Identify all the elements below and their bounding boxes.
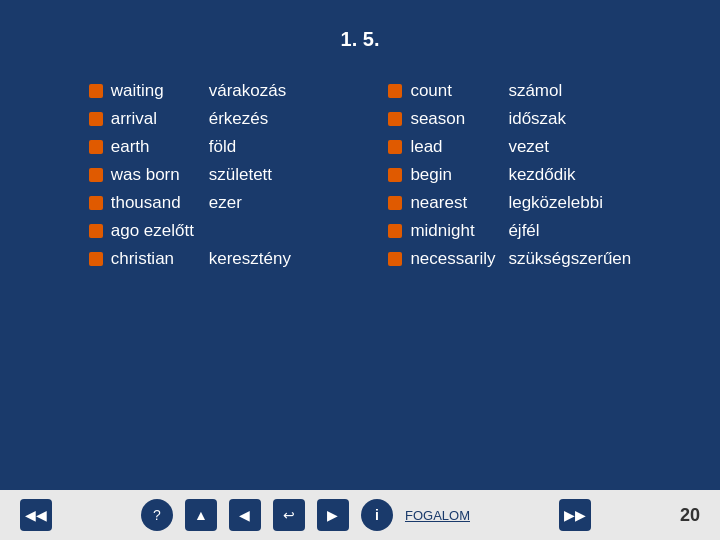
word-en: begin — [410, 165, 500, 185]
bullet-icon — [388, 196, 402, 210]
page-number: 20 — [680, 505, 700, 526]
footer-bar: ◀◀ ? ▲ ◀ ↩ ▶ i FOGALOM ▶▶ 20 — [0, 490, 720, 540]
list-item: arrival érkezés — [89, 109, 291, 129]
bullet-icon — [388, 112, 402, 126]
list-item: midnight éjfél — [388, 221, 631, 241]
word-en: christian — [111, 249, 201, 269]
list-item: nearest legközelebbi — [388, 193, 631, 213]
bullet-icon — [89, 84, 103, 98]
right-vocab-column: count számol season időszak lead vezet b… — [388, 81, 631, 269]
first-button[interactable]: ◀◀ — [20, 499, 52, 531]
left-vocab-column: waiting várakozás arrival érkezés earth … — [89, 81, 291, 269]
word-en: was born — [111, 165, 201, 185]
list-item: earth föld — [89, 137, 291, 157]
word-en: ago ezelőtt — [111, 221, 201, 241]
return-button[interactable]: ↩ — [273, 499, 305, 531]
last-button[interactable]: ▶▶ — [559, 499, 591, 531]
bullet-icon — [388, 140, 402, 154]
word-hu: várakozás — [209, 81, 286, 101]
bullet-icon — [89, 112, 103, 126]
home-button[interactable]: ▲ — [185, 499, 217, 531]
word-hu: legközelebbi — [508, 193, 603, 213]
list-item: begin kezdődik — [388, 165, 631, 185]
list-item: christian keresztény — [89, 249, 291, 269]
bullet-icon — [89, 196, 103, 210]
nav-center: ? ▲ ◀ ↩ ▶ i FOGALOM — [141, 499, 470, 531]
word-hu: született — [209, 165, 272, 185]
word-en: season — [410, 109, 500, 129]
word-hu: vezet — [508, 137, 549, 157]
word-hu: szükségszerűen — [508, 249, 631, 269]
word-hu: kezdődik — [508, 165, 575, 185]
bullet-icon — [388, 252, 402, 266]
bullet-icon — [89, 168, 103, 182]
word-en: midnight — [410, 221, 500, 241]
list-item: thousand ezer — [89, 193, 291, 213]
word-hu: időszak — [508, 109, 566, 129]
bullet-icon — [89, 140, 103, 154]
vocab-content: waiting várakozás arrival érkezés earth … — [0, 81, 720, 269]
word-en: thousand — [111, 193, 201, 213]
word-hu: föld — [209, 137, 236, 157]
bullet-icon — [89, 252, 103, 266]
word-en: earth — [111, 137, 201, 157]
word-hu: keresztény — [209, 249, 291, 269]
word-en: count — [410, 81, 500, 101]
word-en: necessarily — [410, 249, 500, 269]
help-button[interactable]: ? — [141, 499, 173, 531]
bullet-icon — [388, 84, 402, 98]
page-title: 1. 5. — [0, 0, 720, 51]
word-en: lead — [410, 137, 500, 157]
bullet-icon — [89, 224, 103, 238]
bullet-icon — [388, 224, 402, 238]
list-item: ago ezelőtt — [89, 221, 291, 241]
word-en: nearest — [410, 193, 500, 213]
word-hu: számol — [508, 81, 562, 101]
bullet-icon — [388, 168, 402, 182]
list-item: lead vezet — [388, 137, 631, 157]
next-button[interactable]: ▶ — [317, 499, 349, 531]
word-hu: éjfél — [508, 221, 539, 241]
word-hu: ezer — [209, 193, 242, 213]
word-en: waiting — [111, 81, 201, 101]
fogalom-link[interactable]: FOGALOM — [405, 508, 470, 523]
info-button[interactable]: i — [361, 499, 393, 531]
word-en: arrival — [111, 109, 201, 129]
list-item: count számol — [388, 81, 631, 101]
list-item: necessarily szükségszerűen — [388, 249, 631, 269]
list-item: season időszak — [388, 109, 631, 129]
word-hu: érkezés — [209, 109, 269, 129]
list-item: waiting várakozás — [89, 81, 291, 101]
list-item: was born született — [89, 165, 291, 185]
prev-button[interactable]: ◀ — [229, 499, 261, 531]
